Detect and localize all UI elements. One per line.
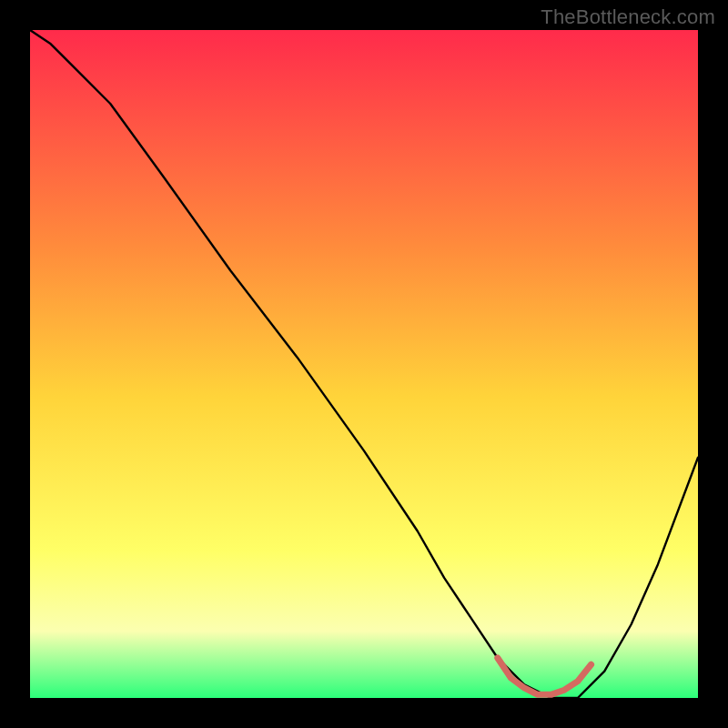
bottleneck-chart	[30, 30, 698, 698]
watermark-text: TheBottleneck.com	[541, 5, 715, 29]
chart-frame	[30, 30, 698, 698]
